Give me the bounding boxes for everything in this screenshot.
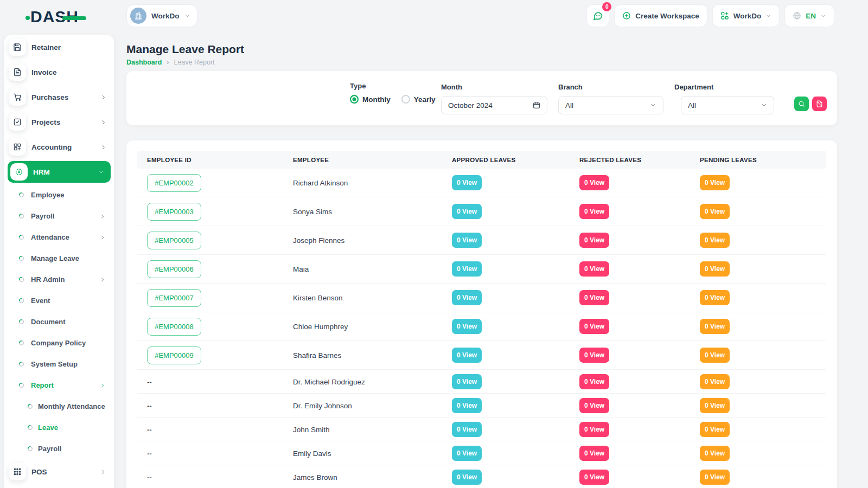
- pending-view-badge[interactable]: 0 View: [700, 233, 730, 248]
- sidebar-item-retainer[interactable]: Retainer: [4, 35, 114, 60]
- employee-id-badge[interactable]: #EMP00006: [147, 260, 201, 278]
- rejected-view-badge[interactable]: 0 View: [579, 319, 609, 334]
- pending-view-badge[interactable]: 0 View: [700, 374, 730, 389]
- language-selector[interactable]: EN: [784, 4, 834, 27]
- pending-view-badge[interactable]: 0 View: [700, 319, 730, 334]
- search-button[interactable]: [794, 97, 809, 111]
- sidebar-item-pos[interactable]: POS: [4, 459, 114, 484]
- approved-view-badge[interactable]: 0 View: [452, 290, 482, 305]
- sidebar-item-accounting[interactable]: Accounting: [4, 134, 114, 159]
- sidebar-subitem-payroll[interactable]: Payroll: [4, 206, 114, 227]
- approved-leaves-cell: 0 View: [452, 261, 579, 277]
- approved-view-badge[interactable]: 0 View: [452, 374, 482, 389]
- pending-view-badge[interactable]: 0 View: [700, 175, 730, 190]
- sidebar: RetainerInvoicePurchasesProjectsAccounti…: [4, 35, 114, 488]
- employee-name-cell: Emily Davis: [293, 448, 452, 458]
- sidebar-item-icon-box: [9, 88, 26, 106]
- pending-view-badge[interactable]: 0 View: [700, 290, 730, 305]
- sidebar-subitem-leave[interactable]: Leave: [4, 417, 114, 438]
- sidebar-subitem-document[interactable]: Document: [4, 311, 114, 332]
- sidebar-item-label: POS: [31, 468, 100, 476]
- type-radio-yearly[interactable]: Yearly: [401, 95, 436, 104]
- approved-view-badge[interactable]: 0 View: [452, 261, 482, 277]
- rejected-view-badge[interactable]: 0 View: [579, 446, 609, 461]
- rejected-view-badge[interactable]: 0 View: [579, 204, 609, 219]
- approved-view-badge[interactable]: 0 View: [452, 398, 482, 413]
- rejected-view-badge[interactable]: 0 View: [579, 374, 609, 389]
- pending-view-badge[interactable]: 0 View: [700, 261, 730, 277]
- sidebar-subitem-event[interactable]: Event: [4, 290, 114, 311]
- pending-leaves-cell: 0 View: [700, 470, 826, 485]
- breadcrumb-dashboard-link[interactable]: Dashboard: [126, 59, 162, 66]
- workspace-selector[interactable]: WorkDo: [126, 4, 197, 27]
- sidebar-subitem-payroll[interactable]: Payroll: [4, 438, 114, 459]
- chevron-right-icon: [100, 277, 105, 282]
- sidebar-subitem-hr-admin[interactable]: HR Admin: [4, 269, 114, 290]
- approved-view-badge[interactable]: 0 View: [452, 175, 482, 190]
- rejected-view-badge[interactable]: 0 View: [579, 422, 609, 437]
- employee-name-cell: Kirsten Benson: [293, 293, 452, 303]
- employee-name: Shafira Barnes: [293, 351, 341, 359]
- bullet-icon: [18, 234, 25, 241]
- sidebar-subitem-system-setup[interactable]: System Setup: [4, 354, 114, 375]
- sidebar-subitem-attendance[interactable]: Attendance: [4, 227, 114, 248]
- employee-id-badge[interactable]: #EMP00007: [147, 289, 201, 307]
- rejected-view-badge[interactable]: 0 View: [579, 290, 609, 305]
- month-input[interactable]: October 2024: [441, 96, 547, 114]
- employee-id-badge[interactable]: #EMP00009: [147, 346, 201, 364]
- employee-id-badge[interactable]: #EMP00008: [147, 318, 201, 336]
- pending-view-badge[interactable]: 0 View: [700, 204, 730, 219]
- employee-id-badge[interactable]: #EMP00005: [147, 232, 201, 249]
- cart-icon: [13, 93, 22, 101]
- sidebar-item-purchases[interactable]: Purchases: [4, 85, 114, 110]
- sidebar-item-icon-box: [9, 38, 26, 56]
- rejected-view-badge[interactable]: 0 View: [579, 348, 609, 363]
- pending-view-badge[interactable]: 0 View: [700, 446, 730, 461]
- sidebar-subitem-company-policy[interactable]: Company Policy: [4, 332, 114, 354]
- rejected-leaves-cell: 0 View: [579, 470, 700, 485]
- approved-view-badge[interactable]: 0 View: [452, 422, 482, 437]
- sidebar-subitem-report[interactable]: Report: [4, 375, 114, 396]
- approved-leaves-cell: 0 View: [452, 398, 579, 413]
- messages-button[interactable]: 0: [586, 4, 609, 27]
- rejected-view-badge[interactable]: 0 View: [579, 175, 609, 190]
- approved-view-badge[interactable]: 0 View: [452, 446, 482, 461]
- pending-view-badge[interactable]: 0 View: [700, 398, 730, 413]
- sidebar-subitem-manage-leave[interactable]: Manage Leave: [4, 248, 114, 269]
- sidebar-item-projects[interactable]: Projects: [4, 110, 114, 134]
- pending-view-badge[interactable]: 0 View: [700, 422, 730, 437]
- reset-filter-button[interactable]: [812, 97, 827, 111]
- sidebar-item-hrm[interactable]: HRM: [8, 161, 111, 183]
- approved-leaves-cell: 0 View: [452, 446, 579, 461]
- approved-view-badge[interactable]: 0 View: [452, 204, 482, 219]
- create-workspace-button[interactable]: Create Workspace: [614, 4, 707, 27]
- employee-id-cell: --: [137, 377, 293, 387]
- approved-view-badge[interactable]: 0 View: [452, 348, 482, 363]
- sidebar-subitem-monthly-attendance[interactable]: Monthly Attendance: [4, 396, 114, 417]
- employee-id-cell: --: [137, 425, 293, 434]
- rejected-view-badge[interactable]: 0 View: [579, 398, 609, 413]
- approved-view-badge[interactable]: 0 View: [452, 233, 482, 248]
- employee-id-badge[interactable]: #EMP00003: [147, 203, 201, 221]
- branch-select[interactable]: All: [558, 96, 663, 114]
- employee-id-badge[interactable]: #EMP00002: [147, 174, 201, 192]
- pending-view-badge[interactable]: 0 View: [700, 348, 730, 363]
- approved-view-badge[interactable]: 0 View: [452, 319, 482, 334]
- rejected-view-badge[interactable]: 0 View: [579, 261, 609, 277]
- apps-icon: [720, 11, 729, 20]
- rejected-view-badge[interactable]: 0 View: [579, 233, 609, 248]
- sidebar-subitem-label: Report: [31, 381, 94, 389]
- pending-view-badge[interactable]: 0 View: [700, 470, 730, 485]
- employee-name: Maia: [293, 265, 309, 273]
- leave-report-table-card: EMPLOYEE IDEMPLOYEEAPPROVED LEAVESREJECT…: [126, 140, 837, 488]
- department-select[interactable]: All: [681, 96, 774, 114]
- sidebar-subitem-employee[interactable]: Employee: [4, 184, 114, 206]
- chevron-down-icon: [650, 102, 656, 108]
- approved-view-badge[interactable]: 0 View: [452, 470, 482, 485]
- type-radio-monthly[interactable]: Monthly: [350, 95, 391, 104]
- sidebar-subitem-label: Monthly Attendance: [38, 402, 114, 410]
- table-row: #EMP00003Sonya Sims0 View0 View0 View: [137, 197, 826, 226]
- workspace-switcher-button[interactable]: WorkDo: [712, 4, 780, 27]
- rejected-view-badge[interactable]: 0 View: [579, 470, 609, 485]
- sidebar-item-invoice[interactable]: Invoice: [4, 60, 114, 85]
